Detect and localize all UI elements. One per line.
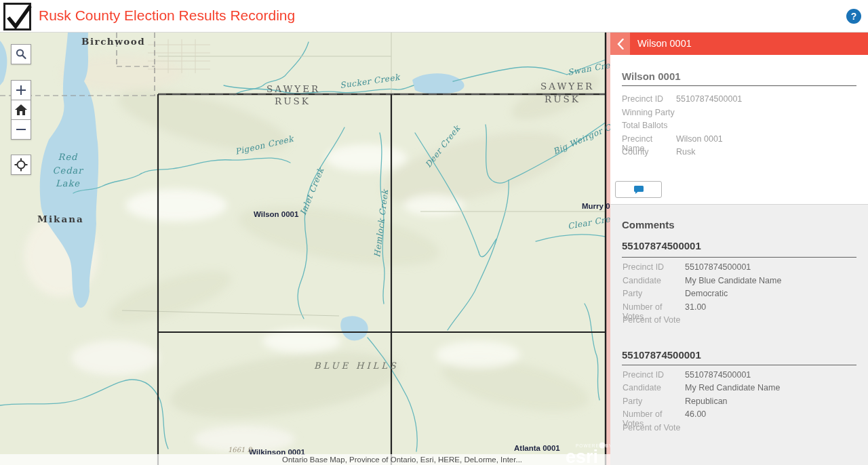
- comments-heading: Comments: [622, 219, 675, 230]
- app-header: Rusk County Election Results Recording ?: [0, 0, 868, 33]
- county-label-rusk-right: RUSK: [545, 94, 580, 104]
- panel-title: Wilson 0001: [637, 33, 692, 55]
- checkbox-logo-icon: [3, 3, 31, 31]
- comment-row: Precinct ID 55107874500001: [623, 262, 751, 274]
- comment-row: Percent of Vote: [623, 315, 685, 327]
- county-label-rusk-left: RUSK: [275, 96, 311, 106]
- comment-field-value: Democratic: [685, 289, 728, 300]
- comment-row: Precinct ID 55107874500001: [623, 370, 751, 382]
- comment-field-label: Percent of Vote: [623, 315, 685, 327]
- field-row-winning-party: Winning Party: [622, 108, 676, 119]
- comment-card-divider: [622, 365, 856, 365]
- comment-field-value: Republican: [685, 397, 728, 408]
- elevation-label: 1661 ft: [228, 446, 253, 453]
- comment-row: Candidate My Red Candidate Name: [623, 383, 780, 395]
- field-row-total-ballots: Total Ballots: [622, 121, 676, 132]
- town-label-birchwood: Birchwood: [81, 36, 145, 47]
- comment-bubble-icon: [633, 185, 644, 195]
- comment-field-label: Percent of Vote: [623, 423, 685, 434]
- comment-row: Number of Votes 46.00: [623, 409, 706, 421]
- comment-field-value: 55107874500001: [685, 262, 751, 274]
- comment-field-label: Party: [623, 289, 685, 300]
- comment-row: Percent of Vote: [623, 423, 685, 434]
- field-value: Rusk: [676, 147, 695, 159]
- comment-row: Number of Votes 31.00: [623, 302, 706, 314]
- field-value: Wilson 0001: [676, 134, 723, 146]
- plus-icon: [15, 84, 27, 96]
- search-button[interactable]: [11, 44, 31, 64]
- precinct-label-wilson: Wilson 0001: [254, 210, 299, 218]
- field-value: 55107874500001: [676, 94, 742, 106]
- county-label-sawyer-left: SAWYER: [267, 83, 320, 94]
- comment-row: Candidate My Blue Candidate Name: [623, 276, 781, 287]
- comment-field-label: Candidate: [623, 383, 685, 395]
- crosshair-icon: [14, 158, 28, 171]
- comment-field-value: 55107874500001: [685, 370, 751, 382]
- comment-card-title: 55107874500001: [622, 349, 701, 361]
- field-label: Precinct Name: [622, 134, 676, 146]
- zoom-in-button[interactable]: [11, 80, 31, 100]
- comment-field-label: Party: [623, 397, 685, 408]
- basemap: Birchwood SAWYER RUSK SAWYER RUSK Sucker…: [0, 33, 610, 465]
- comment-field-label: Candidate: [623, 276, 685, 287]
- details-panel: Wilson 0001 Wilson 0001 Precinct ID 5510…: [610, 33, 868, 465]
- county-label-sawyer-right: SAWYER: [540, 81, 594, 92]
- precinct-label-murry: Murry 00: [582, 202, 610, 210]
- feature-title-divider: [622, 85, 856, 86]
- zoom-out-button[interactable]: [11, 119, 31, 140]
- field-label: Total Ballots: [622, 121, 676, 132]
- minus-icon: [15, 123, 27, 136]
- comment-field-value: My Blue Candidate Name: [685, 276, 781, 287]
- search-icon: [15, 48, 27, 60]
- field-row-county: County Rusk: [622, 147, 695, 159]
- town-label-mikana: Mikana: [37, 214, 84, 224]
- precinct-label-atlanta: Atlanta 0001: [514, 444, 560, 452]
- comment-field-label: Number of Votes: [623, 409, 685, 421]
- field-row-precinct-name: Precinct Name Wilson 0001: [622, 134, 723, 146]
- comment-field-label: Precinct ID: [623, 370, 685, 382]
- map-canvas[interactable]: Birchwood SAWYER RUSK SAWYER RUSK Sucker…: [0, 33, 610, 465]
- home-icon: [14, 104, 28, 116]
- app-window: Rusk County Election Results Recording ?: [0, 0, 868, 465]
- comment-field-value: 31.00: [685, 302, 706, 314]
- comments-section: Comments 55107874500001 Precinct ID 5510…: [610, 204, 868, 465]
- comment-row: Party Democratic: [623, 289, 728, 300]
- field-label: Winning Party: [622, 108, 676, 119]
- page-title: Rusk County Election Results Recording: [39, 7, 295, 24]
- back-chevron-icon: [617, 39, 624, 49]
- comment-row: Party Republican: [623, 397, 728, 408]
- field-label: County: [622, 147, 676, 159]
- feature-title: Wilson 0001: [622, 70, 681, 82]
- home-button[interactable]: [11, 100, 31, 120]
- comment-field-label: Precinct ID: [623, 262, 685, 274]
- comment-field-value: My Red Candidate Name: [685, 383, 780, 395]
- locate-button[interactable]: [11, 155, 31, 175]
- back-button[interactable]: [610, 33, 630, 55]
- panel-header: Wilson 0001: [610, 33, 868, 55]
- comment-field-label: Number of Votes: [623, 302, 685, 314]
- comment-card-title: 55107874500001: [622, 240, 701, 251]
- map-attribution: Ontario Base Map, Province of Ontario, E…: [282, 456, 522, 464]
- add-comment-button[interactable]: [615, 181, 662, 198]
- comment-card-divider: [622, 257, 856, 258]
- esri-wordmark: esri: [566, 447, 598, 465]
- terrain-label-blue-hills: BLUE HILLS: [314, 361, 399, 371]
- field-label: Precinct ID: [622, 94, 676, 106]
- field-row-precinct-id: Precinct ID 55107874500001: [622, 94, 742, 106]
- comment-field-value: 46.00: [685, 409, 706, 421]
- help-button[interactable]: ?: [846, 9, 861, 24]
